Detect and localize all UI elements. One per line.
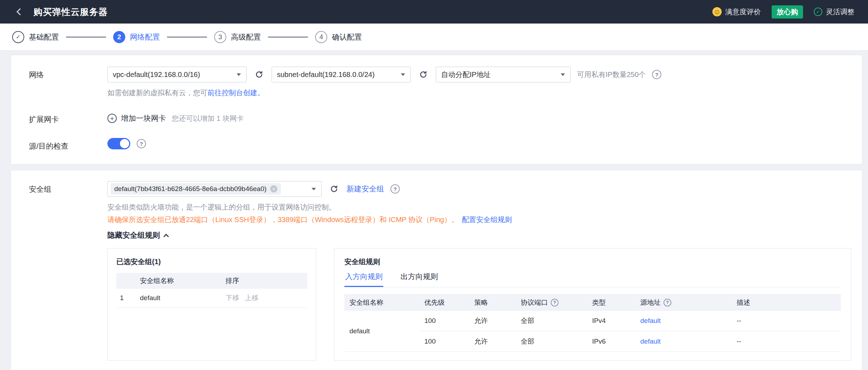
step-basic-config[interactable]: ✓ 基础配置 xyxy=(12,31,59,43)
sort-actions: 下移 上移 xyxy=(226,293,304,303)
help-icon[interactable]: ? xyxy=(551,299,559,307)
toggle-knob xyxy=(120,139,129,148)
header-actions: ☺ 满意度评价 放心购 ✓ 灵活调整 xyxy=(712,5,854,19)
step-confirm-config[interactable]: 4 确认配置 xyxy=(315,31,362,43)
help-icon[interactable]: ? xyxy=(390,184,400,194)
refresh-subnet-button[interactable] xyxy=(417,68,429,81)
security-group-panel: 安全组 default(7bb43f61-b628-4665-8e6a-dcbb… xyxy=(11,170,862,370)
rule-port: 全部 xyxy=(516,310,587,331)
step-wizard: ✓ 基础配置 2 网络配置 3 高级配置 4 确认配置 xyxy=(0,24,868,51)
step-number: 3 xyxy=(214,31,226,43)
network-label: 网络 xyxy=(29,67,107,98)
available-ip-count: 可用私有IP数量250个 xyxy=(577,70,646,79)
rule-source-link[interactable]: default xyxy=(640,338,661,345)
network-panel: 网络 vpc-default(192.168.0.0/16) subnet-de… xyxy=(11,55,862,164)
satisfaction-link[interactable]: ☺ 满意度评价 xyxy=(712,7,761,17)
rule-description: -- xyxy=(732,310,841,331)
assurance-badge[interactable]: 放心购 xyxy=(772,5,803,19)
sg-name: default xyxy=(136,289,222,307)
tab-outbound-rules[interactable]: 出方向规则 xyxy=(400,272,439,287)
refresh-vpc-button[interactable] xyxy=(253,68,265,81)
rule-priority: 100 xyxy=(419,310,469,331)
sg-rules-tabs: 入方向规则 出方向规则 xyxy=(344,272,841,287)
hide-sg-rules-label: 隐藏安全组规则 xyxy=(107,230,160,240)
help-icon[interactable]: ? xyxy=(652,70,661,79)
row-index: 1 xyxy=(116,289,136,307)
col-policy: 策略 xyxy=(469,295,516,310)
step-advanced-config[interactable]: 3 高级配置 xyxy=(214,31,261,43)
hide-sg-rules-toggle[interactable]: 隐藏安全组规则 xyxy=(107,230,851,240)
help-icon[interactable]: ? xyxy=(663,299,671,307)
caret-down-icon xyxy=(395,67,410,82)
step-number: 2 xyxy=(113,31,125,43)
security-group-select[interactable]: default(7bb43f61-b628-4665-8e6a-dcbb09b4… xyxy=(107,181,322,197)
vpc-select[interactable]: vpc-default(192.168.0.0/16) xyxy=(107,67,247,82)
refresh-icon xyxy=(255,70,263,79)
col-description: 描述 xyxy=(732,295,841,310)
caret-down-icon xyxy=(555,67,570,82)
add-nic-button[interactable]: + 增加一块网卡 xyxy=(107,113,166,123)
remove-tag-icon[interactable]: × xyxy=(270,185,277,192)
rule-description: -- xyxy=(732,331,841,352)
col-priority: 优先级 xyxy=(419,295,469,310)
sg-detail-boxes: 已选安全组(1) 安全组名称 排序 xyxy=(107,248,851,361)
configure-sg-rules-link[interactable]: 配置安全组规则 xyxy=(462,216,512,223)
security-group-row: 安全组 default(7bb43f61-b628-4665-8e6a-dcbb… xyxy=(11,181,862,361)
step-label: 基础配置 xyxy=(29,32,59,42)
satisfaction-label: 满意度评价 xyxy=(725,7,761,17)
refresh-icon xyxy=(419,70,428,79)
rule-type: IPv4 xyxy=(587,310,635,331)
selected-sg-table-row: 1 default 下移 上移 xyxy=(116,289,307,307)
security-group-label: 安全组 xyxy=(29,181,107,361)
sort-column-header: 排序 xyxy=(222,273,307,289)
step-label: 确认配置 xyxy=(332,32,362,42)
rule-source-link[interactable]: default xyxy=(640,317,661,324)
smiley-icon: ☺ xyxy=(712,7,722,16)
move-down-button[interactable]: 下移 xyxy=(226,293,239,303)
create-vpc-link[interactable]: 前往控制台创建。 xyxy=(207,89,264,97)
create-sg-link[interactable]: 新建安全组 xyxy=(347,184,384,194)
tab-inbound-rules[interactable]: 入方向规则 xyxy=(344,272,383,287)
sg-rules-box: 安全组规则 入方向规则 出方向规则 安全组名称 xyxy=(334,248,851,361)
caret-down-icon xyxy=(306,181,321,196)
step-divider xyxy=(167,37,207,37)
step-number: 4 xyxy=(315,31,327,43)
ip-mode-select-value: 自动分配IP地址 xyxy=(441,70,555,79)
help-icon[interactable]: ? xyxy=(137,139,146,148)
sg-warning-row: 请确保所选安全组已放通22端口（Linux SSH登录），3389端口（Wind… xyxy=(107,215,851,225)
add-nic-label: 增加一块网卡 xyxy=(121,113,166,123)
step-done-icon: ✓ xyxy=(12,31,24,43)
col-type: 类型 xyxy=(587,295,635,310)
name-column-header: 安全组名称 xyxy=(136,273,222,289)
vpc-hint-row: 如需创建新的虚拟私有云，您可前往控制台创建。 xyxy=(107,88,851,98)
step-label: 高级配置 xyxy=(231,32,261,42)
index-column-header xyxy=(116,273,136,289)
rule-policy: 允许 xyxy=(469,310,516,331)
selected-sg-table-header: 安全组名称 排序 xyxy=(116,273,307,289)
step-divider xyxy=(268,37,308,37)
src-dst-check-row: 源/目的检查 ? xyxy=(11,138,862,151)
rule-group-name: default xyxy=(344,310,419,352)
sg-description: 安全组类似防火墙功能，是一个逻辑上的分组，用于设置网络访问控制。 xyxy=(107,202,851,212)
src-dst-check-label: 源/目的检查 xyxy=(29,138,107,151)
refresh-sg-button[interactable] xyxy=(328,183,340,195)
plus-circle-icon: + xyxy=(107,114,117,123)
ip-mode-select[interactable]: 自动分配IP地址 xyxy=(436,67,571,82)
rule-policy: 允许 xyxy=(469,331,516,352)
move-up-button[interactable]: 上移 xyxy=(245,293,258,303)
back-button[interactable] xyxy=(14,5,26,18)
col-sg-name: 安全组名称 xyxy=(344,295,419,310)
subnet-select[interactable]: subnet-default(192.168.0.0/24) xyxy=(272,67,411,82)
extend-nic-row: 扩展网卡 + 增加一块网卡 您还可以增加 1 块网卡 xyxy=(11,111,862,124)
step-network-config[interactable]: 2 网络配置 xyxy=(113,31,160,43)
chevron-up-icon xyxy=(163,233,169,239)
flexible-adjust-link[interactable]: ✓ 灵活调整 xyxy=(814,7,854,17)
selected-sg-tag: default(7bb43f61-b628-4665-8e6a-dcbb09b4… xyxy=(111,183,281,195)
src-dst-check-toggle[interactable] xyxy=(107,138,130,149)
selected-sg-box: 已选安全组(1) 安全组名称 排序 xyxy=(107,248,316,361)
vpc-hint-text: 如需创建新的虚拟私有云，您可 xyxy=(107,89,207,97)
rule-priority: 100 xyxy=(419,331,469,352)
caret-down-icon xyxy=(231,67,246,82)
selected-sg-box-title: 已选安全组(1) xyxy=(116,257,307,267)
step-label: 网络配置 xyxy=(130,32,160,42)
